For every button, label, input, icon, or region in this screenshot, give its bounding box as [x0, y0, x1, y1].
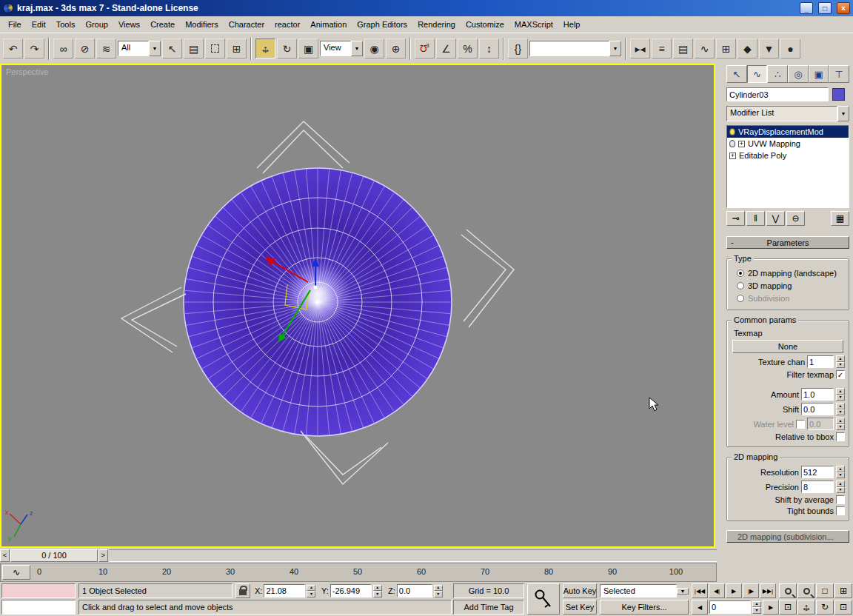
- create-tab-icon[interactable]: ↖: [726, 65, 747, 83]
- radio-icon[interactable]: [737, 270, 744, 277]
- stack-item-uvw-mapping[interactable]: + UVW Mapping: [727, 138, 849, 150]
- select-by-name-icon[interactable]: ▤: [184, 38, 204, 58]
- shift-spinner[interactable]: ▴▾: [836, 403, 845, 415]
- hierarchy-tab-icon[interactable]: ∴: [767, 65, 788, 83]
- previous-key-button[interactable]: ◀: [692, 600, 708, 615]
- menu-modifiers[interactable]: Modifiers: [180, 18, 224, 31]
- add-time-tag[interactable]: Add Time Tag: [453, 600, 524, 615]
- arc-rotate-icon[interactable]: ↻: [816, 600, 834, 615]
- rectangular-selection-region-icon[interactable]: [205, 38, 225, 58]
- current-frame-field[interactable]: [709, 600, 751, 614]
- object-color-swatch[interactable]: [832, 88, 845, 101]
- mini-curve-editor-button[interactable]: ∿: [2, 565, 30, 580]
- maximize-button[interactable]: □: [818, 2, 832, 14]
- next-key-button[interactable]: ▶: [763, 600, 779, 615]
- precision-spinner[interactable]: ▴▾: [836, 481, 845, 493]
- texture-chan-field[interactable]: [807, 355, 834, 368]
- object-name-field[interactable]: [726, 87, 829, 101]
- reference-coordinate-value[interactable]: View: [320, 41, 351, 56]
- y-spinner[interactable]: ▴▾: [373, 585, 382, 597]
- viewport-perspective[interactable]: Perspective: [0, 64, 715, 548]
- pan-icon[interactable]: ↔↕: [797, 600, 815, 615]
- schematic-view-icon[interactable]: ⊞: [716, 38, 736, 58]
- menu-character[interactable]: Character: [224, 18, 270, 31]
- undo-icon[interactable]: ↶: [3, 38, 23, 58]
- zoom-extents-all-icon[interactable]: ⊞: [834, 583, 852, 598]
- configure-modifier-sets-icon[interactable]: ▦: [831, 211, 849, 226]
- chevron-down-icon[interactable]: ▼: [677, 588, 689, 595]
- amount-spinner[interactable]: ▴▾: [836, 388, 845, 401]
- menu-edit[interactable]: Edit: [27, 18, 51, 31]
- relative-bbox-checkbox[interactable]: [836, 432, 845, 441]
- set-key-button[interactable]: Set Key: [563, 600, 597, 615]
- previous-frame-button[interactable]: ◀|: [709, 583, 725, 598]
- key-mode-value[interactable]: Selected: [600, 584, 677, 597]
- menu-file[interactable]: File: [3, 18, 27, 31]
- modifier-list-label[interactable]: Modifier List: [726, 106, 837, 121]
- go-to-end-button[interactable]: ▶▶|: [760, 583, 776, 598]
- named-selection-dropdown[interactable]: ▼: [529, 41, 621, 56]
- previous-frame-arrow[interactable]: <: [0, 549, 10, 562]
- select-and-scale-icon[interactable]: ▣: [298, 38, 318, 58]
- set-keys-button[interactable]: [527, 583, 560, 615]
- go-to-start-button[interactable]: |◀◀: [692, 583, 708, 598]
- key-filters-button[interactable]: Key Filters...: [600, 600, 689, 615]
- chevron-down-icon[interactable]: ▼: [837, 106, 849, 121]
- show-end-result-icon[interactable]: ‖: [746, 211, 765, 226]
- maxscript-mini-listener-macro[interactable]: [1, 583, 76, 598]
- precision-field[interactable]: [801, 481, 834, 493]
- auto-key-button[interactable]: Auto Key: [563, 583, 597, 598]
- expand-icon[interactable]: +: [738, 141, 745, 147]
- selection-filter-value[interactable]: All: [118, 41, 149, 56]
- stack-item-vraydisplacementmod[interactable]: VRayDisplacementMod: [727, 126, 849, 138]
- radio-2d-mapping-landscape[interactable]: 2D mapping (landscape): [737, 269, 846, 278]
- percent-snap-icon[interactable]: %: [458, 38, 478, 58]
- shift-field[interactable]: [801, 403, 834, 415]
- utilities-tab-icon[interactable]: ⊤: [829, 65, 849, 83]
- resolution-field[interactable]: [801, 466, 834, 478]
- menu-maxscript[interactable]: MAXScript: [509, 18, 558, 31]
- zoom-all-icon[interactable]: [797, 583, 815, 598]
- frame-spinner[interactable]: ▴▾: [752, 601, 761, 614]
- render-scene-icon[interactable]: ▼: [759, 38, 779, 58]
- menu-group[interactable]: Group: [80, 18, 113, 31]
- next-frame-arrow[interactable]: >: [98, 549, 108, 562]
- water-level-spinner[interactable]: ▴▾: [836, 418, 845, 430]
- menu-customize[interactable]: Customize: [461, 18, 509, 31]
- tight-bounds-checkbox[interactable]: [836, 506, 845, 515]
- key-mode-dropdown[interactable]: Selected ▼: [600, 583, 689, 598]
- stack-item-editable-poly[interactable]: + Editable Poly: [727, 150, 849, 161]
- unlink-selection-icon[interactable]: ⊘: [75, 38, 95, 58]
- motion-tab-icon[interactable]: ◎: [788, 65, 809, 83]
- radio-icon[interactable]: [737, 282, 744, 289]
- texmap-none-button[interactable]: None: [732, 340, 843, 353]
- reference-coordinate-dropdown[interactable]: View ▼: [320, 41, 363, 56]
- expand-icon[interactable]: +: [729, 153, 736, 159]
- select-and-manipulate-icon[interactable]: ⊕: [386, 38, 406, 58]
- shift-by-average-checkbox[interactable]: [836, 495, 845, 504]
- z-coordinate-field[interactable]: [397, 584, 432, 597]
- select-and-rotate-icon[interactable]: ↻: [277, 38, 297, 58]
- y-coordinate-field[interactable]: [330, 584, 372, 597]
- selection-lock-toggle[interactable]: [235, 583, 250, 598]
- make-unique-icon[interactable]: ⋁: [766, 211, 785, 226]
- minimize-button[interactable]: _: [800, 2, 813, 14]
- menu-create[interactable]: Create: [145, 18, 180, 31]
- amount-field[interactable]: [801, 388, 834, 401]
- close-button[interactable]: ×: [837, 2, 850, 14]
- x-coordinate-field[interactable]: [264, 584, 305, 597]
- mirror-icon[interactable]: ▸◂: [630, 38, 650, 58]
- zoom-region-icon[interactable]: ⊡: [779, 600, 797, 615]
- use-center-icon[interactable]: ◉: [364, 38, 384, 58]
- resolution-spinner[interactable]: ▴▾: [836, 466, 845, 478]
- chevron-down-icon[interactable]: ▼: [609, 41, 621, 56]
- menu-animation[interactable]: Animation: [305, 18, 352, 31]
- quick-render-icon[interactable]: ●: [780, 38, 800, 58]
- layer-manager-icon[interactable]: ▤: [673, 38, 693, 58]
- parameters-rollout-header[interactable]: - Parameters: [726, 236, 849, 249]
- next-frame-button[interactable]: |▶: [743, 583, 759, 598]
- display-tab-icon[interactable]: ▣: [809, 65, 829, 83]
- z-spinner[interactable]: ▴▾: [434, 585, 443, 597]
- menu-tools[interactable]: Tools: [51, 18, 81, 31]
- radio-3d-mapping[interactable]: 3D mapping: [737, 281, 846, 290]
